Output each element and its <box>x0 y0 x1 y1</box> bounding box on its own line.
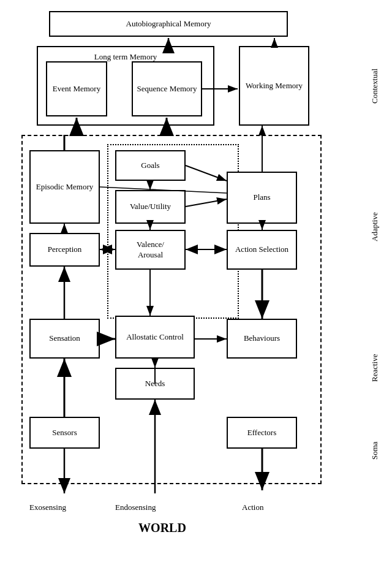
sensors-label: Sensors <box>52 428 77 438</box>
action-selection-box: Action Selection <box>227 230 297 270</box>
allostatic-control-box: Allostatic Control <box>115 316 195 359</box>
episodic-memory-box: Episodic Memory <box>29 150 100 224</box>
effectors-label: Effectors <box>247 428 276 438</box>
goals-box: Goals <box>115 150 186 181</box>
plans-label: Plans <box>253 192 270 203</box>
adaptive-label: Adaptive <box>370 141 380 313</box>
world-label: WORLD <box>86 521 239 535</box>
sequence-memory-box: Sequence Memory <box>132 61 202 116</box>
exosensing-label: Exosensing <box>29 503 66 512</box>
soma-label: Soma <box>370 417 380 484</box>
effectors-box: Effectors <box>227 417 297 449</box>
action-label: Action <box>242 503 263 512</box>
valence-arousal-box: Valence/Arousal <box>115 230 186 270</box>
diagram-container: Autobiographical Memory Long term Memory… <box>12 6 380 564</box>
goals-label: Goals <box>141 161 159 171</box>
working-memory-box: Working Memory <box>239 46 309 126</box>
valence-arousal-label: Valence/Arousal <box>137 240 164 260</box>
behaviours-label: Behaviours <box>244 333 280 344</box>
value-utility-box: Value/Utility <box>115 190 186 224</box>
behaviours-box: Behaviours <box>227 319 297 359</box>
sensation-box: Sensation <box>29 319 100 359</box>
event-memory-box: Event Memory <box>46 61 107 116</box>
autobiographical-memory-label: Autobiographical Memory <box>126 19 211 29</box>
endosensing-label: Endosensing <box>115 503 156 512</box>
sequence-memory-label: Sequence Memory <box>137 84 197 94</box>
working-memory-label: Working Memory <box>246 81 303 91</box>
needs-box: Needs <box>115 368 195 400</box>
perception-box: Perception <box>29 233 100 267</box>
plans-box: Plans <box>227 172 297 224</box>
episodic-memory-label: Episodic Memory <box>36 182 94 192</box>
sensation-label: Sensation <box>49 333 80 344</box>
allostatic-control-label: Allostatic Control <box>126 332 184 343</box>
autobiographical-memory-box: Autobiographical Memory <box>49 11 288 37</box>
reactive-label: Reactive <box>370 319 380 417</box>
value-utility-label: Value/Utility <box>130 202 171 212</box>
action-selection-label: Action Selection <box>235 245 288 255</box>
perception-label: Perception <box>48 245 82 255</box>
sensors-box: Sensors <box>29 417 100 449</box>
needs-label: Needs <box>145 379 165 389</box>
event-memory-label: Event Memory <box>53 84 100 94</box>
contextual-label: Contextual <box>370 46 380 126</box>
